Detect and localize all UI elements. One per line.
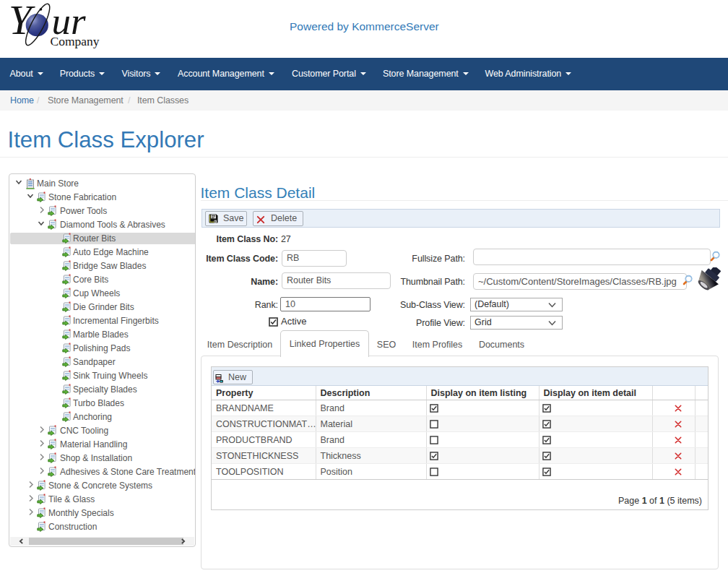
svg-text:Company: Company (51, 34, 100, 48)
